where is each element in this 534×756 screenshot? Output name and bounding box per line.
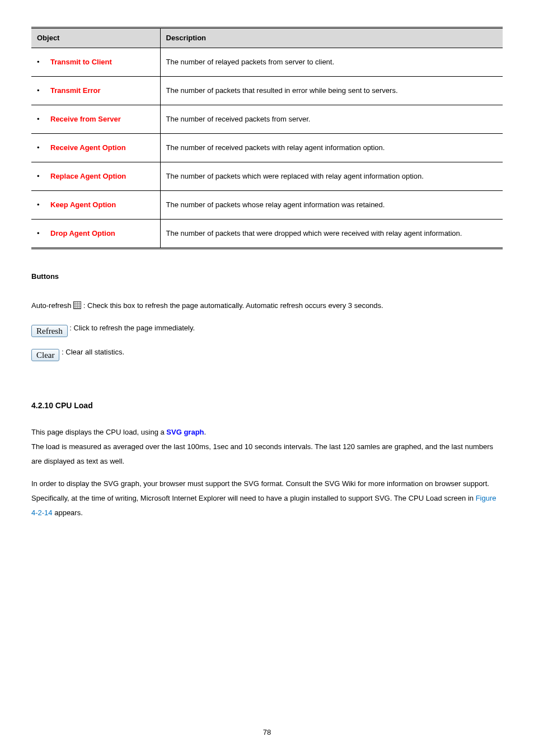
object-label: Transmit Error — [50, 83, 101, 98]
description-cell: The number of received packets from serv… — [160, 105, 503, 134]
autorefresh-line: Auto-refresh : Check this box to refresh… — [31, 298, 503, 313]
clear-button[interactable]: Clear — [31, 349, 59, 361]
table-row: •Keep Agent Option The number of packets… — [31, 191, 503, 220]
bullet-icon: • — [37, 198, 44, 212]
description-cell: The number of packets whose relay agent … — [160, 191, 503, 220]
bullet-icon: • — [37, 226, 44, 241]
refresh-button[interactable]: Refresh — [31, 325, 68, 337]
clear-line: Clear : Clear all statistics. — [31, 345, 503, 361]
description-cell: The number of relayed packets from serve… — [160, 48, 503, 77]
cpu-paragraph-3: In order to display the SVG graph, your … — [31, 477, 503, 520]
table-row: •Transmit Error The number of packets th… — [31, 77, 503, 105]
cpu-p1c: . — [204, 428, 207, 436]
page-number: 78 — [31, 727, 503, 738]
cpu-paragraph-2: The load is measured as averaged over th… — [31, 440, 503, 469]
object-label: Transmit to Client — [50, 55, 112, 69]
refresh-text: : Click to refresh the page immediately. — [69, 324, 195, 332]
checkbox-icon[interactable] — [73, 301, 81, 309]
th-object: Object — [31, 28, 160, 48]
autorefresh-pre: Auto-refresh — [31, 301, 73, 310]
description-cell: The number of packets which were replace… — [160, 162, 503, 191]
cpu-p3a: In order to display the SVG graph, your … — [31, 479, 489, 502]
definition-table: Object Description •Transmit to Client T… — [31, 27, 503, 249]
object-label: Receive Agent Option — [50, 141, 126, 155]
svg-graph-link[interactable]: SVG graph — [166, 428, 204, 436]
description-cell: The number of packets that resulted in e… — [160, 77, 503, 105]
autorefresh-post: : Check this box to refresh the page aut… — [83, 301, 383, 310]
description-cell: The number of received packets with rela… — [160, 134, 503, 162]
description-cell: The number of packets that were dropped … — [160, 220, 503, 249]
object-label: Keep Agent Option — [50, 198, 116, 212]
object-label: Drop Agent Option — [50, 226, 115, 241]
cpu-paragraph-1: This page displays the CPU load, using a… — [31, 425, 503, 440]
bullet-icon: • — [37, 112, 44, 127]
clear-text: : Clear all statistics. — [62, 348, 124, 356]
cpu-p1a: This page displays the CPU load, using a — [31, 428, 166, 436]
refresh-line: Refresh : Click to refresh the page imme… — [31, 321, 503, 337]
buttons-heading: Buttons — [31, 272, 503, 282]
table-row: •Drop Agent Option The number of packets… — [31, 220, 503, 249]
section-heading-cpu-load: 4.2.10 CPU Load — [31, 400, 503, 412]
table-row: •Transmit to Client The number of relaye… — [31, 48, 503, 77]
table-row: •Receive from Server The number of recei… — [31, 105, 503, 134]
bullet-icon: • — [37, 55, 44, 69]
bullet-icon: • — [37, 141, 44, 155]
bullet-icon: • — [37, 169, 44, 184]
object-label: Replace Agent Option — [50, 169, 126, 184]
bullet-icon: • — [37, 83, 44, 98]
cpu-p3c: appears. — [53, 508, 83, 517]
object-label: Receive from Server — [50, 112, 121, 127]
table-row: •Replace Agent Option The number of pack… — [31, 162, 503, 191]
th-description: Description — [160, 28, 503, 48]
table-row: •Receive Agent Option The number of rece… — [31, 134, 503, 162]
